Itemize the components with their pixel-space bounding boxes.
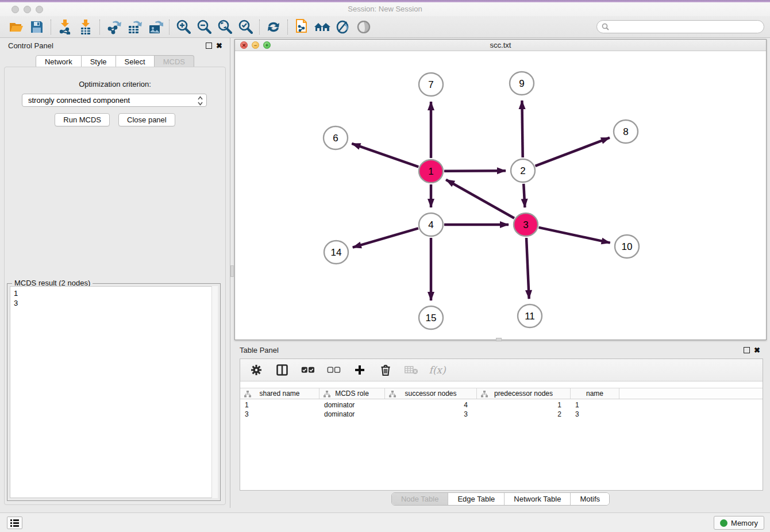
column-header-successor-nodes[interactable]: successor nodes <box>385 388 477 399</box>
table-close-panel-icon[interactable]: ✖ <box>754 346 760 354</box>
optimization-criterion-dropdown[interactable]: strongly connected component <box>22 94 207 107</box>
search-icon <box>602 23 609 30</box>
table-row[interactable]: 1dominator411 <box>240 400 763 410</box>
graph-node-label: 10 <box>622 241 633 252</box>
clone-network-icon[interactable] <box>291 18 312 36</box>
mcds-result-text[interactable]: 1 3 <box>10 286 218 498</box>
graph-edge-3-1[interactable] <box>446 180 514 218</box>
run-mcds-button[interactable]: Run MCDS <box>55 113 110 126</box>
graph-edge-2-3[interactable] <box>523 184 525 207</box>
graph-node-label: 7 <box>428 79 433 90</box>
cell-MCDS-role: dominator <box>319 410 385 419</box>
toolbar-separator <box>259 20 260 34</box>
tab-network-table[interactable]: Network Table <box>504 493 570 505</box>
cell-successor-nodes: 4 <box>385 400 477 410</box>
cell-name: 1 <box>571 400 619 410</box>
add-column-icon[interactable] <box>353 361 367 379</box>
export-image-icon[interactable] <box>145 18 165 36</box>
task-list-icon <box>10 519 19 527</box>
graph-edge-1-6[interactable] <box>352 144 418 167</box>
graph-edge-4-14[interactable] <box>353 228 418 247</box>
graph-edge-3-11[interactable] <box>526 238 529 299</box>
select-all-columns-icon[interactable] <box>301 361 315 379</box>
cell-MCDS-role: dominator <box>319 400 385 410</box>
memory-status-icon <box>720 519 727 527</box>
graph-node-label: 4 <box>428 219 433 230</box>
toolbar-search[interactable] <box>596 20 764 33</box>
graph-edge-2-9[interactable] <box>522 101 522 157</box>
open-session-icon[interactable] <box>6 18 26 36</box>
tab-edge-table[interactable]: Edge Table <box>448 493 504 505</box>
task-history-button[interactable] <box>7 516 22 529</box>
result-scrollbar[interactable] <box>211 286 218 498</box>
graph-node-label: 11 <box>525 311 535 322</box>
apply-layout-icon[interactable] <box>263 18 284 36</box>
dropdown-value: strongly connected component <box>28 96 130 105</box>
network-window-titlebar[interactable]: ✕ − + scc.txt <box>235 40 766 51</box>
close-panel-button[interactable]: Close panel <box>118 113 175 126</box>
hide-graphics-icon[interactable] <box>333 18 353 36</box>
save-session-icon[interactable] <box>26 18 47 36</box>
network-canvas[interactable]: 7968124314101511 <box>235 51 766 340</box>
cell-shared-name: 1 <box>240 400 319 410</box>
graph-node-label: 9 <box>519 78 524 89</box>
delete-table-icon[interactable] <box>405 361 418 379</box>
graph-node-label: 6 <box>333 133 338 144</box>
cell-successor-nodes: 3 <box>385 410 477 419</box>
deselect-all-columns-icon[interactable] <box>327 361 341 379</box>
toolbar-separator <box>99 20 100 34</box>
mcds-tab-content: Optimization criterion: strongly connect… <box>4 67 226 505</box>
float-panel-icon[interactable] <box>206 43 212 49</box>
column-header-name[interactable]: name <box>571 388 619 399</box>
show-graphics-icon[interactable] <box>353 18 374 36</box>
network-view-window: ✕ − + scc.txt 7968124314101511 <box>234 39 767 340</box>
graph-edge-3-10[interactable] <box>538 228 610 243</box>
window-title: Session: New Session <box>0 2 770 16</box>
column-header-filler <box>619 388 763 399</box>
tab-node-table[interactable]: Node Table <box>392 493 448 505</box>
graph-node-label: 15 <box>426 313 437 323</box>
status-bar: Memory <box>0 512 770 532</box>
graph-node-label: 2 <box>520 165 525 176</box>
table-float-panel-icon[interactable] <box>744 347 750 353</box>
table-tabs-group: Node TableEdge TableNetwork TableMotifs <box>391 492 610 506</box>
column-header-predecessor-nodes[interactable]: predecessor nodes <box>477 388 571 399</box>
optimization-criterion-label: Optimization criterion: <box>5 80 225 88</box>
table-header-row: shared nameMCDS rolesuccessor nodesprede… <box>240 388 763 399</box>
column-header-MCDS-role[interactable]: MCDS role <box>319 388 385 399</box>
main-toolbar <box>0 16 770 38</box>
table-row[interactable]: 3dominator323 <box>240 410 763 419</box>
network-graph: 7968124314101511 <box>235 51 766 340</box>
node-table-container: f(x) shared nameMCDS rolesuccessor nodes… <box>240 358 763 491</box>
search-input[interactable] <box>611 22 764 32</box>
toolbar-separator <box>51 20 51 34</box>
table-options-gear-icon[interactable] <box>249 361 263 379</box>
zoom-fit-icon[interactable] <box>214 18 235 36</box>
close-panel-icon[interactable]: ✖ <box>216 41 222 50</box>
show-columns-icon[interactable] <box>275 361 289 379</box>
graph-edge-1-2[interactable] <box>444 171 506 171</box>
memory-button[interactable]: Memory <box>714 516 764 530</box>
graph-node-label: 3 <box>523 219 528 230</box>
zoom-in-icon[interactable] <box>173 18 194 36</box>
tab-motifs[interactable]: Motifs <box>570 493 609 505</box>
table-toolbar: f(x) <box>240 359 763 381</box>
memory-label: Memory <box>731 519 758 527</box>
table-panel-title: Table Panel <box>240 346 279 354</box>
zoom-selected-icon[interactable] <box>235 18 256 36</box>
zoom-out-icon[interactable] <box>194 18 214 36</box>
control-panel-header: Control Panel ✖ <box>0 38 230 54</box>
import-network-icon[interactable] <box>55 18 75 36</box>
column-header-shared-name[interactable]: shared name <box>240 388 319 399</box>
vertical-splitter-handle[interactable] <box>230 265 234 277</box>
delete-column-icon[interactable] <box>379 361 392 379</box>
graph-edge-2-8[interactable] <box>536 138 610 166</box>
function-builder-icon[interactable]: f(x) <box>430 361 444 379</box>
import-table-icon[interactable] <box>75 18 96 36</box>
toolbar-separator <box>169 20 170 34</box>
toolbar-separator <box>287 20 288 34</box>
export-network-icon[interactable] <box>103 18 124 36</box>
export-table-icon[interactable] <box>124 18 145 36</box>
horizontal-splitter-handle[interactable] <box>496 338 502 341</box>
home-view-icon[interactable] <box>312 18 333 36</box>
